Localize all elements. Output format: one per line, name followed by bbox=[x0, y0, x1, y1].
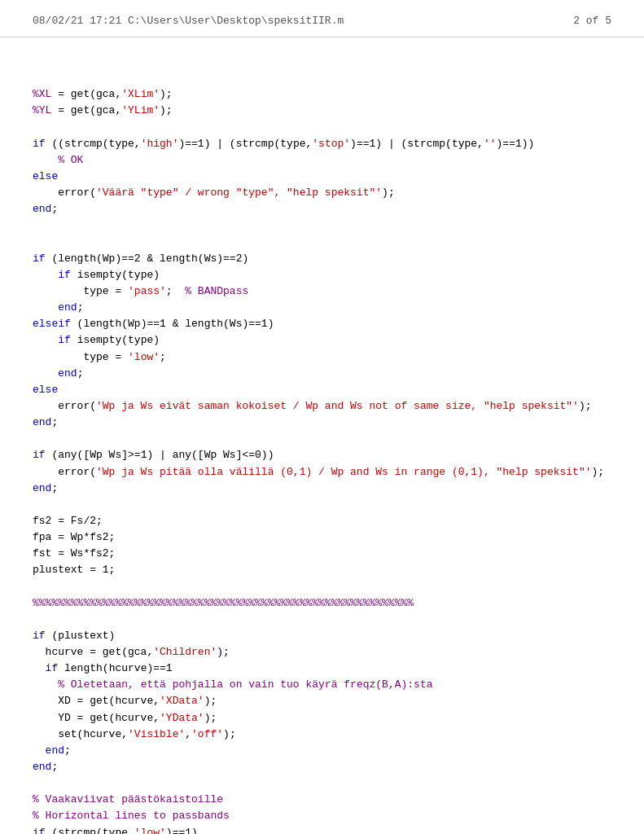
header-page: 2 of 5 bbox=[573, 15, 611, 27]
code-line: end; bbox=[33, 759, 611, 775]
code-line bbox=[33, 70, 611, 86]
code-line: % Vaakaviivat päästökaistoille bbox=[33, 792, 611, 808]
code-line: type = 'low'; bbox=[33, 349, 611, 366]
code-line: end; bbox=[33, 743, 611, 759]
code-line: XD = get(hcurve,'XData'); bbox=[33, 693, 611, 709]
code-line: % Horizontal lines to passbands bbox=[33, 808, 611, 824]
code-line: if (length(Wp)==2 & length(Ws)==2) bbox=[33, 251, 611, 267]
code-line: %%%%%%%%%%%%%%%%%%%%%%%%%%%%%%%%%%%%%%%%… bbox=[33, 595, 611, 612]
code-line: fpa = Wp*fs2; bbox=[33, 529, 611, 546]
code-line: elseif (length(Wp)==1 & length(Ws)==1) bbox=[33, 316, 611, 332]
code-line: error('Wp ja Ws eivät saman kokoiset / W… bbox=[33, 398, 611, 415]
code-line bbox=[33, 217, 611, 234]
code-line: set(hcurve,'Visible','off'); bbox=[33, 726, 611, 743]
code-line: % OK bbox=[33, 152, 611, 169]
code-line: else bbox=[33, 169, 611, 185]
header-filename: 08/02/21 17:21 C:\Users\User\Desktop\spe… bbox=[33, 15, 344, 27]
code-line bbox=[33, 579, 611, 595]
code-line: type = 'pass'; % BANDpass bbox=[33, 283, 611, 300]
code-line: if ((strcmp(type,'high')==1) | (strcmp(t… bbox=[33, 136, 611, 152]
code-line bbox=[33, 120, 611, 136]
code-line: hcurve = get(gca,'Children'); bbox=[33, 644, 611, 661]
code-line: error('Wp ja Ws pitää olla välillä (0,1)… bbox=[33, 464, 611, 481]
code-line: end; bbox=[33, 481, 611, 497]
code-line: end; bbox=[33, 415, 611, 431]
code-line: if isempty(type) bbox=[33, 267, 611, 283]
code-line: end; bbox=[33, 300, 611, 316]
code-line: end; bbox=[33, 366, 611, 382]
code-line: %XL = get(gca,'XLim'); bbox=[33, 86, 611, 103]
code-line: YD = get(hcurve,'YData'); bbox=[33, 710, 611, 726]
code-line: if length(hcurve)==1 bbox=[33, 661, 611, 677]
page-header: 08/02/21 17:21 C:\Users\User\Desktop\spe… bbox=[0, 0, 644, 37]
code-line bbox=[33, 775, 611, 792]
code-line: plustext = 1; bbox=[33, 562, 611, 578]
code-line bbox=[33, 431, 611, 447]
code-line bbox=[33, 235, 611, 251]
code-line: end; bbox=[33, 201, 611, 217]
code-line: fs2 = Fs/2; bbox=[33, 513, 611, 529]
code-line: else bbox=[33, 382, 611, 398]
code-container: %XL = get(gca,'XLim');%YL = get(gca,'YLi… bbox=[0, 37, 644, 834]
code-line: fst = Ws*fs2; bbox=[33, 546, 611, 562]
code-line: if (any([Wp Ws]>=1) | any([Wp Ws]<=0)) bbox=[33, 447, 611, 463]
code-line: error('Väärä "type" / wrong "type", "hel… bbox=[33, 185, 611, 201]
code-line bbox=[33, 497, 611, 513]
code-line: %YL = get(gca,'YLim'); bbox=[33, 103, 611, 119]
code-line bbox=[33, 612, 611, 628]
code-line: if (strcmp(type,'low')==1) bbox=[33, 825, 611, 834]
code-line: % Oletetaan, että pohjalla on vain tuo k… bbox=[33, 677, 611, 693]
code-line: if (plustext) bbox=[33, 628, 611, 644]
code-line: if isempty(type) bbox=[33, 332, 611, 349]
